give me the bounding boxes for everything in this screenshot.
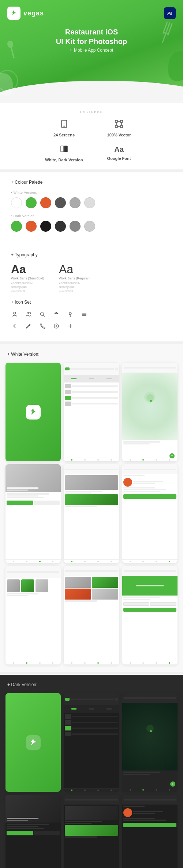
logo-icon [7,7,20,20]
svg-rect-18 [61,146,64,152]
svg-point-9 [64,126,64,127]
dark-version-label: • Dark Version: [11,214,172,218]
mock-screen-detail1 [5,464,61,563]
mock-screen-gallery [64,566,119,664]
header-top: vegas Ps [7,7,176,20]
colour-mid-gray [70,197,81,208]
header-title: Restaurant iOS UI Kit for Photoshop › Mo… [7,27,176,53]
screen-gallery [64,566,119,664]
typography-title: Typography [11,252,172,257]
icon-set-title: Icon Set [11,300,172,305]
white-colour-row [11,197,172,208]
screen-dark-map: + [122,693,178,792]
pin-icon [67,311,74,318]
colour-very-dark [40,221,51,232]
screen-dark-splash [5,693,61,792]
colour-palette-section: Colour Palette • White Version: • Dark V… [0,172,183,245]
dark-version-section: + Dark Version: [0,675,183,868]
navigation-icon [53,311,60,318]
colour-gray [70,221,81,232]
divider-1 [0,169,183,172]
white-screens-row-1: + [5,363,178,461]
colour-light-gray [84,197,95,208]
font-icon: Aa [114,144,124,154]
logo-text: vegas [23,10,44,17]
mock-dark-list2 [64,795,119,868]
colour-white [11,197,22,208]
white-version-section: + White Version: [0,344,183,672]
divider-3 [0,672,183,675]
screen-splash [5,363,61,461]
svg-point-22 [29,312,31,314]
deco-circle-icon [0,70,18,92]
typography-section: Typography Aa Work Sans (SemiBold) ABCDE… [0,245,183,300]
white-screens-row-2 [5,464,178,563]
svg-marker-25 [54,312,59,314]
arrow-icon: › [70,48,71,53]
menu-icon [81,311,88,318]
feature-font: Aa Google Font [95,144,143,162]
colour-dark-gray [55,197,66,208]
screen-list-2 [64,464,119,563]
colour-orange-2 [26,221,37,232]
edit-icon [25,322,32,330]
typo-regular-sample: ABCDEFGHIJKLMabcdefghijklm0123456789 [59,282,90,292]
colour-palette-title: Colour Palette [11,180,172,185]
versions-icon [60,144,68,155]
list1-body [64,382,119,458]
person-icon [11,311,18,318]
screen-list-1 [64,363,119,461]
svg-point-20 [14,312,16,314]
features-section: FEATURES 24 Screens [0,103,183,169]
features-label: FEATURES [7,110,176,114]
screen-dark-list2 [64,795,119,868]
typo-regular-name: Work Sans (Regular) [59,276,90,280]
screen-map: + [122,363,178,461]
typo-semibold-name: Work Sans (SemiBold) [11,276,44,280]
add-circle-icon [53,322,60,330]
svg-rect-11 [120,120,123,122]
menu-body [5,578,61,661]
mock-dark-detail1 [5,795,61,868]
mock-dark-list1 [64,693,119,792]
screen-menu [5,566,61,664]
map-area [122,373,178,440]
typo-semibold-sample: ABCDEFGHIJKLMabcdefghijklm0123456789 [11,282,44,292]
search-icon [39,311,46,318]
divider-2 [0,341,183,344]
mock-screen-map: + [122,363,178,461]
dark-version-title: + Dark Version: [5,682,178,687]
screens-text: 24 Screens [53,133,75,137]
screen-dark-list1 [64,693,119,792]
dark-version-palette: • Dark Version: [11,214,172,232]
back-icon [11,322,18,330]
people-icon [25,311,32,318]
typo-semibold: Aa Work Sans (SemiBold) ABCDEFGHIJKLMabc… [11,263,44,292]
mock-dark-detail2 [122,795,178,868]
title-line2: UI Kit for Photoshop [56,37,127,45]
colour-green [26,197,37,208]
gallery-body [64,576,119,661]
detail2-body [122,474,178,559]
typo-regular: Aa Work Sans (Regular) ABCDEFGHIJKLMabcd… [59,263,90,292]
deco-blob-right [168,51,183,81]
typo-semibold-display: Aa [11,263,44,275]
white-version-palette: • White Version: [11,191,172,208]
svg-rect-13 [120,125,123,128]
booking-body [122,596,178,661]
svg-rect-10 [115,120,117,122]
screens-icon [60,120,68,131]
screen-dark-detail1 [5,795,61,868]
colour-dark [55,221,66,232]
white-version-title: + White Version: [5,352,178,357]
colour-green-2 [11,221,22,232]
svg-point-26 [69,312,71,315]
svg-point-7 [0,70,18,91]
list2-body [64,474,119,559]
svg-rect-12 [115,125,117,128]
screen-booking [122,566,178,664]
typo-row: Aa Work Sans (SemiBold) ABCDEFGHIJKLMabc… [11,263,172,292]
vector-text: 100% Vector [107,133,131,137]
svg-point-21 [27,312,29,314]
mock-screen-booking [122,566,178,664]
